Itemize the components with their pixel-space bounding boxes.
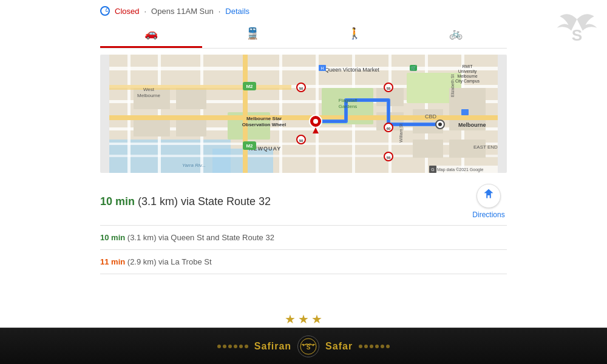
svg-text:Queen Victoria Market: Queen Victoria Market — [325, 67, 379, 73]
svg-text:50: 50 — [299, 139, 304, 143]
svg-text:S: S — [307, 344, 311, 351]
watermark: S — [552, 6, 601, 55]
svg-text:55: 55 — [387, 156, 391, 160]
clock-icon — [100, 6, 110, 16]
opening-hours: Opens 11AM Sun — [151, 7, 214, 16]
svg-text:50: 50 — [299, 87, 304, 90]
star-2: ★ — [298, 312, 309, 326]
svg-rect-35 — [109, 85, 291, 90]
separator-1: · — [144, 7, 146, 16]
svg-text:S: S — [571, 26, 582, 44]
svg-text:M2: M2 — [246, 84, 253, 89]
svg-rect-11 — [158, 55, 161, 173]
svg-text:RMIT: RMIT — [462, 64, 473, 69]
footer-logo-svg: S — [300, 338, 317, 355]
svg-rect-10 — [127, 55, 131, 173]
alt-route-2[interactable]: 11 min (2.9 km) via La Trobe St — [100, 250, 507, 274]
svg-rect-33 — [109, 115, 498, 120]
bike-icon: 🚲 — [449, 27, 463, 40]
svg-rect-3 — [109, 67, 498, 70]
tab-walk[interactable]: 🚶 — [304, 21, 405, 48]
svg-text:Melbourne: Melbourne — [458, 122, 486, 128]
footer-left-text: Safiran — [254, 341, 291, 352]
alt-route-1-time: 10 min — [100, 233, 125, 242]
map-container[interactable]: Queen Victoria Market 🛒 RMIT University … — [100, 55, 507, 173]
svg-rect-34 — [243, 55, 248, 173]
svg-text:West: West — [143, 87, 155, 92]
svg-rect-14 — [279, 55, 282, 173]
transport-tabs: 🚗 🚆 🚶 🚲 — [100, 21, 507, 49]
svg-text:Melbourne Star: Melbourne Star — [246, 116, 282, 121]
train-icon: 🚆 — [246, 27, 259, 40]
svg-text:City Campus: City Campus — [455, 79, 480, 84]
watermark-inner: S — [552, 6, 601, 55]
directions-arrow-icon — [482, 188, 495, 204]
alt-route-1-text: (3.1 km) via Queen St and State Route 32 — [125, 233, 274, 242]
route-description: (3.1 km) via State Route 32 — [135, 195, 271, 207]
svg-text:Elizabeth St: Elizabeth St — [450, 75, 455, 97]
footer: Safiran S Safar — [0, 328, 607, 364]
svg-text:William St: William St — [399, 124, 403, 143]
svg-rect-15 — [316, 55, 319, 173]
svg-text:EAST END: EAST END — [473, 144, 498, 150]
svg-text:Yarra Riv...: Yarra Riv... — [182, 163, 206, 168]
alt-route-1[interactable]: 10 min (3.1 km) via Queen St and State R… — [100, 226, 507, 250]
svg-rect-31 — [413, 140, 443, 158]
separator-2: · — [219, 7, 221, 16]
svg-text:H: H — [320, 66, 324, 70]
closed-status: Closed — [115, 7, 139, 16]
svg-rect-12 — [200, 55, 203, 173]
tab-car[interactable]: 🚗 — [100, 21, 202, 48]
svg-text:Melbourne: Melbourne — [457, 74, 477, 78]
svg-text:Gardens: Gardens — [339, 104, 358, 109]
svg-point-71 — [313, 119, 318, 124]
svg-text:Flagstaff: Flagstaff — [339, 98, 358, 103]
route-section: 10 min (3.1 km) via State Route 32 Direc… — [100, 173, 507, 226]
svg-point-76 — [438, 123, 442, 126]
star-3: ★ — [311, 312, 322, 326]
svg-rect-66 — [461, 109, 469, 115]
svg-text:Observation Wheel: Observation Wheel — [242, 122, 286, 127]
route-time: 10 min — [100, 195, 135, 207]
route-main-text: 10 min (3.1 km) via State Route 32 — [100, 195, 271, 208]
star-1: ★ — [285, 312, 296, 326]
svg-text:🛒: 🛒 — [410, 65, 416, 71]
footer-dots-left — [217, 345, 248, 348]
walk-icon: 🚶 — [348, 27, 361, 40]
footer-logo: S — [297, 335, 319, 357]
status-bar: Closed · Opens 11AM Sun · Details — [0, 0, 607, 16]
stars-decoration: ★ ★ ★ — [285, 312, 322, 326]
directions-label: Directions — [472, 211, 504, 219]
footer-right-text: Safar — [325, 341, 353, 352]
svg-text:G: G — [431, 167, 434, 172]
directions-icon-box — [476, 184, 501, 208]
svg-text:60: 60 — [387, 127, 391, 130]
car-icon: 🚗 — [144, 27, 158, 40]
tab-transit[interactable]: 🚆 — [202, 21, 304, 48]
svg-text:University: University — [458, 69, 477, 74]
tab-bike[interactable]: 🚲 — [405, 21, 507, 48]
map-image: Queen Victoria Market 🛒 RMIT University … — [100, 55, 507, 173]
svg-text:55: 55 — [387, 87, 391, 90]
svg-text:CBD: CBD — [425, 113, 437, 120]
alt-route-2-time: 11 min — [100, 257, 125, 266]
footer-dots-right — [359, 345, 390, 348]
svg-text:Melbourne: Melbourne — [137, 93, 160, 98]
main-container: Closed · Opens 11AM Sun · Details 🚗 🚆 🚶 … — [0, 0, 607, 364]
svg-text:M2: M2 — [246, 143, 253, 149]
alt-route-2-text: (2.9 km) via La Trobe St — [125, 257, 211, 266]
details-link[interactable]: Details — [225, 7, 249, 16]
svg-text:Map data ©2021 Google: Map data ©2021 Google — [437, 167, 483, 172]
directions-button[interactable]: Directions — [470, 184, 507, 219]
watermark-svg: S — [554, 8, 600, 53]
svg-rect-24 — [176, 88, 206, 109]
